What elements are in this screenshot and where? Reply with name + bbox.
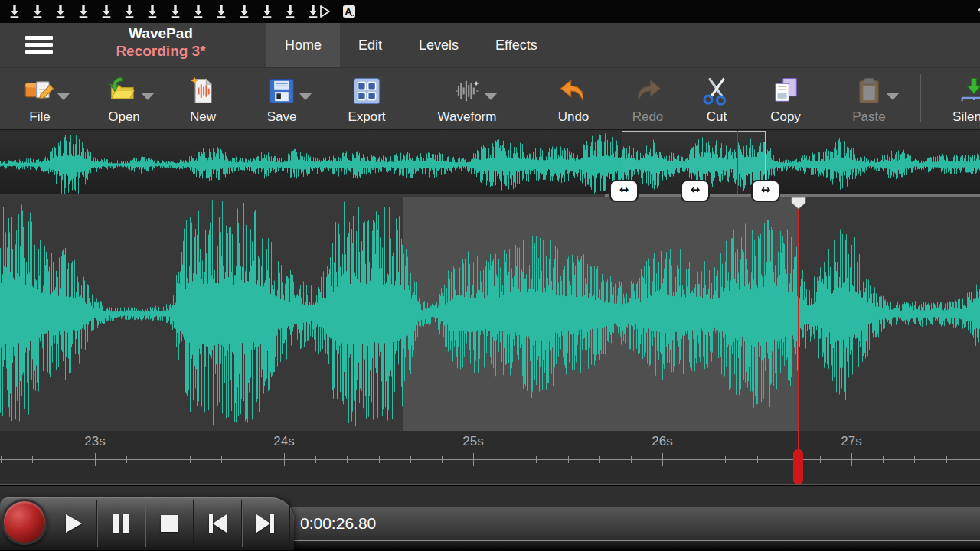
ribbon-tabs: Home Edit Levels Effects bbox=[266, 23, 556, 67]
open-folder-icon bbox=[107, 74, 141, 108]
tab-home[interactable]: Home bbox=[266, 23, 340, 67]
ruler-tick bbox=[631, 456, 632, 463]
title-block: WavePad Recording 3* bbox=[69, 25, 253, 60]
ruler-tick bbox=[789, 456, 789, 463]
ruler-tick bbox=[883, 456, 884, 463]
time-label: 25s bbox=[462, 434, 483, 449]
stop-button[interactable] bbox=[145, 500, 194, 547]
ruler-tick bbox=[442, 456, 443, 463]
ruler-tick bbox=[253, 456, 253, 463]
download-icon bbox=[101, 5, 112, 18]
file-icon bbox=[23, 74, 57, 108]
waveform-icon bbox=[450, 74, 484, 108]
paste-button[interactable]: Paste bbox=[827, 73, 911, 125]
skip-to-end-button[interactable] bbox=[242, 500, 290, 547]
overview-playhead bbox=[737, 131, 738, 196]
ruler-tick bbox=[410, 456, 411, 463]
ruler-tick bbox=[820, 456, 821, 463]
ruler-tick bbox=[473, 453, 474, 466]
ruler-line bbox=[0, 459, 980, 460]
overview-strip[interactable]: ↔ ↔ ↔ bbox=[0, 129, 980, 197]
skip-forward-icon bbox=[253, 512, 279, 535]
download-icon bbox=[55, 5, 66, 18]
wavepad-app: { "status_bar": { "time": "7:51", "downl… bbox=[0, 0, 980, 551]
file-button[interactable]: File bbox=[0, 73, 82, 125]
ruler-tick bbox=[505, 456, 505, 463]
playhead-line bbox=[798, 197, 799, 431]
open-button[interactable]: Open bbox=[82, 73, 166, 125]
selection-end-handle[interactable]: ↔ bbox=[751, 180, 780, 202]
tab-edit[interactable]: Edit bbox=[340, 23, 400, 67]
tab-levels[interactable]: Levels bbox=[400, 23, 477, 67]
download-icon bbox=[308, 5, 318, 18]
playhead-grip[interactable] bbox=[791, 197, 806, 210]
letter-a-icon: A bbox=[342, 5, 356, 18]
copy-button[interactable]: Copy bbox=[743, 73, 828, 125]
ruler-tick bbox=[725, 456, 726, 463]
ruler-tick bbox=[284, 453, 285, 466]
playhead-scrub-handle[interactable] bbox=[793, 449, 803, 484]
transport-bar: 0:00:26.80 bbox=[0, 486, 980, 551]
chevron-down-icon bbox=[141, 93, 155, 100]
silence-button[interactable]: Silence bbox=[932, 73, 980, 125]
download-icon bbox=[32, 5, 43, 18]
time-label: 23s bbox=[84, 434, 105, 449]
ruler-tick bbox=[379, 456, 380, 463]
download-icon bbox=[193, 5, 204, 18]
silence-icon bbox=[957, 74, 980, 108]
cut-icon bbox=[700, 74, 733, 108]
ruler-tick bbox=[221, 456, 222, 463]
download-icon bbox=[285, 5, 296, 18]
download-icon bbox=[78, 5, 89, 18]
stop-icon bbox=[158, 512, 181, 535]
ruler-tick bbox=[95, 453, 96, 466]
ruler-tick bbox=[64, 456, 64, 463]
ruler-tick bbox=[662, 453, 663, 466]
tab-effects[interactable]: Effects bbox=[477, 23, 556, 67]
copy-icon bbox=[769, 74, 802, 108]
record-button[interactable] bbox=[2, 499, 47, 545]
play-button[interactable] bbox=[49, 500, 97, 547]
ruler-tick bbox=[347, 456, 348, 463]
ruler-tick bbox=[694, 456, 694, 463]
play-icon bbox=[59, 512, 87, 535]
save-icon bbox=[265, 74, 299, 108]
selection-middle-handle[interactable]: ↔ bbox=[681, 180, 710, 202]
ruler-tick bbox=[568, 456, 569, 463]
android-status-bar: A 7:51 bbox=[0, 0, 980, 23]
export-icon bbox=[350, 74, 384, 108]
selection-start-handle[interactable]: ↔ bbox=[609, 180, 639, 202]
undo-button[interactable]: Undo bbox=[531, 73, 616, 125]
play-store-icon bbox=[318, 5, 332, 18]
time-label: 26s bbox=[652, 434, 672, 449]
app-title: WavePad bbox=[69, 25, 253, 43]
menu-button[interactable] bbox=[25, 36, 53, 54]
ruler-tick bbox=[158, 456, 158, 463]
time-label: 27s bbox=[841, 434, 861, 449]
toolbar: File Open New Save bbox=[0, 67, 980, 129]
pause-button[interactable] bbox=[97, 500, 145, 547]
chevron-down-icon bbox=[484, 93, 498, 100]
save-button[interactable]: Save bbox=[240, 73, 324, 125]
download-icon bbox=[170, 5, 181, 18]
main-waveform-view[interactable] bbox=[0, 197, 980, 431]
new-button[interactable]: New bbox=[161, 73, 245, 125]
document-title: Recording 3* bbox=[69, 43, 253, 60]
ruler-tick bbox=[190, 456, 191, 463]
download-icon bbox=[216, 5, 227, 18]
timeline-ruler[interactable]: 23s24s25s26s27s bbox=[0, 431, 980, 485]
download-icon bbox=[239, 5, 250, 18]
chevron-down-icon bbox=[886, 93, 900, 100]
svg-text:A: A bbox=[345, 7, 352, 17]
export-button[interactable]: Export bbox=[325, 73, 409, 125]
undo-icon bbox=[557, 74, 590, 108]
overview-waveform-canvas[interactable] bbox=[0, 130, 980, 197]
chevron-down-icon bbox=[299, 93, 312, 100]
skip-to-start-button[interactable] bbox=[194, 500, 242, 547]
main-waveform-canvas[interactable] bbox=[0, 197, 980, 431]
ruler-tick bbox=[757, 456, 758, 463]
waveform-button[interactable]: Waveform bbox=[425, 73, 509, 125]
wifi-icon bbox=[976, 4, 980, 20]
download-icon bbox=[124, 5, 135, 18]
new-file-icon bbox=[186, 74, 220, 108]
